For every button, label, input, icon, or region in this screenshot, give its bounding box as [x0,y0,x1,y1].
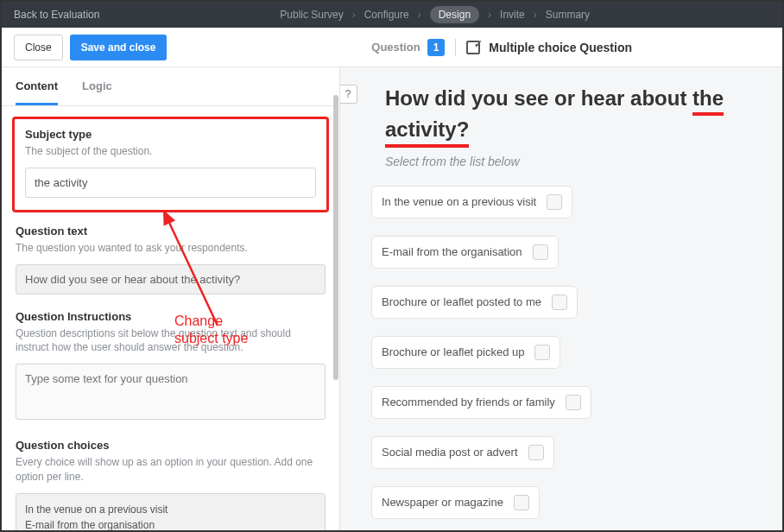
checkbox-icon [534,345,550,360]
subject-type-desc: The subject of the question. [25,144,316,159]
preview-option[interactable]: Brochure or leaflet posted to me [371,286,578,319]
question-text-input[interactable] [16,264,326,294]
chevron-right-icon: › [488,9,491,21]
preview-title-underline-1: the [692,85,724,116]
question-instructions-title: Question Instructions [16,310,326,323]
subject-type-title: Subject type [25,128,316,141]
question-choices-input[interactable]: In the venue on a previous visit E-mail … [16,493,326,530]
preview-question-title: How did you see or hear about the activi… [385,85,762,148]
checkbox-icon [533,244,548,260]
question-instructions-input[interactable] [16,364,326,420]
multiple-choice-icon [466,41,480,54]
question-instructions-desc: Question descriptions sit below the ques… [16,326,326,356]
checkbox-icon [528,445,544,460]
tab-content[interactable]: Content [16,79,58,105]
crumb-invite[interactable]: Invite [500,9,525,21]
preview-title-part1: How did you see or hear about [385,86,692,110]
question-instructions-section: Question Instructions Question descripti… [16,310,326,424]
checkbox-icon [547,194,562,210]
question-number-badge: 1 [427,39,446,56]
question-label: Question [371,41,420,54]
subject-type-section-highlight: Subject type The subject of the question… [12,117,329,212]
crumb-public-survey[interactable]: Public Survey [280,9,343,21]
question-text-title: Question text [16,225,326,238]
separator [455,39,456,56]
option-label: Newspaper or magazine [382,496,503,509]
preview-option[interactable]: E-mail from the organisation [371,236,559,269]
chevron-right-icon: › [418,9,421,21]
chevron-right-icon: › [534,9,537,21]
option-label: Brochure or leaflet picked up [382,345,524,358]
preview-panel: ? How did you see or hear about the acti… [340,67,782,530]
topbar: Back to Evaluation Public Survey› Config… [2,2,782,28]
preview-title-underline-2: activity? [385,116,469,147]
save-and-close-button[interactable]: Save and close [70,35,168,60]
preview-option[interactable]: Recommended by friends or family [371,386,591,419]
option-label: Social media post or advert [382,446,518,459]
editor-tabs: Content Logic [2,67,339,106]
preview-options: In the venue on a previous visit E-mail … [361,186,762,530]
crumb-summary[interactable]: Summary [546,9,590,21]
preview-option[interactable]: Newspaper or magazine [371,486,540,519]
checkbox-icon [552,294,567,310]
chevron-right-icon: › [352,9,356,21]
tab-logic[interactable]: Logic [82,79,112,105]
option-label: E-mail from the organisation [382,245,522,258]
option-label: Recommended by friends or family [382,396,555,408]
question-text-section: Question text The question you wanted to… [16,225,326,294]
preview-option[interactable]: Social media post or advert [371,436,554,469]
back-link[interactable]: Back to Evaluation [14,9,99,21]
subject-type-input[interactable] [25,168,316,198]
left-scrollbar[interactable] [333,95,338,527]
question-choices-title: Question choices [16,439,326,452]
crumb-design[interactable]: Design [430,6,479,23]
question-choices-desc: Every choice will show up as an option i… [16,455,326,484]
crumb-configure[interactable]: Configure [364,9,409,21]
editor-panel: Content Logic Subject type The subject o… [2,67,340,530]
checkbox-icon [566,395,581,410]
help-icon[interactable]: ? [340,85,357,104]
option-label: Brochure or leaflet posted to me [382,295,541,308]
preview-subtitle: Select from the list below [385,155,762,168]
option-label: In the venue on a previous visit [382,195,536,208]
checkbox-icon [514,495,529,510]
preview-option[interactable]: Brochure or leaflet picked up [371,336,560,369]
close-button[interactable]: Close [14,35,63,60]
question-type-label: Multiple choice Question [489,41,632,54]
question-choices-section: Question choices Every choice will show … [16,439,326,530]
action-bar: Close Save and close Question 1 Multiple… [2,28,782,67]
question-text-desc: The question you wanted to ask your resp… [16,241,326,256]
breadcrumb: Public Survey› Configure› Design› Invite… [99,6,770,23]
preview-option[interactable]: In the venue on a previous visit [371,186,572,218]
